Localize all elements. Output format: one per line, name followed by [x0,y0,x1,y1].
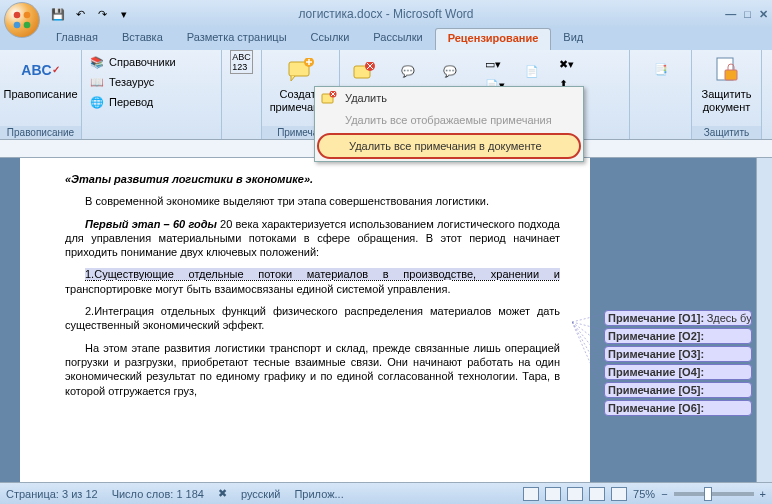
compare-button[interactable]: 📑 [634,52,687,88]
svg-point-2 [14,22,21,29]
reject-button[interactable]: ✖▾ [556,54,577,74]
tab-home[interactable]: Главная [44,28,110,50]
status-proof-icon[interactable]: ✖ [218,487,227,500]
comments-pane: Примечание [О1]: Здесь будет пункт 1 При… [598,302,758,424]
tab-references[interactable]: Ссылки [299,28,362,50]
statusbar: Страница: 3 из 12 Число слов: 1 184 ✖ ру… [0,482,772,504]
accept-icon: 📄 [516,56,548,88]
ribbon-tabs: Главная Вставка Разметка страницы Ссылки… [0,28,772,50]
tab-mailings[interactable]: Рассылки [361,28,434,50]
spelling-button[interactable]: ABC✓ Правописание [4,52,77,103]
compare-icon: 📑 [645,54,677,86]
group-protect-label: Защитить [692,126,761,139]
maximize-button[interactable]: □ [744,8,751,21]
list-item-2: 2.Интеграция отдельных функций физическо… [65,304,560,333]
tab-review[interactable]: Рецензирование [435,28,552,50]
status-insert[interactable]: Прилож... [294,488,343,500]
comment-1[interactable]: Примечание [О1]: Здесь будет пункт 1 [604,310,752,326]
zoom-out[interactable]: − [661,488,667,500]
menu-delete[interactable]: Удалить [315,87,583,109]
reject-icon: ✖▾ [559,58,574,71]
svg-point-0 [14,12,21,19]
menu-delete-all[interactable]: Удалить все примечания в документе [317,133,581,159]
comment-3[interactable]: Примечание [О3]: [604,346,752,362]
view-outline[interactable] [589,487,605,501]
abc-icon: ABC123 [230,50,253,74]
save-button[interactable]: 💾 [48,4,68,24]
scrollbar-vertical[interactable] [756,158,772,482]
para-stage1: Первый этап – 60 годы 20 века характериз… [65,217,560,260]
svg-rect-9 [725,70,737,80]
protect-icon [711,54,743,86]
delete-icon [321,91,337,107]
research-icon: 📚 [89,54,105,70]
zoom-in[interactable]: + [760,488,766,500]
new-comment-icon [285,54,317,86]
tab-layout[interactable]: Разметка страницы [175,28,299,50]
titlebar: 💾 ↶ ↷ ▾ логистика.docx - Microsoft Word … [0,0,772,28]
quick-access-toolbar: 💾 ↶ ↷ ▾ [48,4,134,24]
undo-button[interactable]: ↶ [70,4,90,24]
balloons-button[interactable]: ▭▾ [482,54,508,74]
tab-view[interactable]: Вид [551,28,595,50]
research-button[interactable]: 📚Справочники [86,52,217,72]
group-proofing-label: Правописание [0,126,81,139]
view-draft[interactable] [611,487,627,501]
redo-button[interactable]: ↷ [92,4,112,24]
office-button[interactable] [4,2,40,38]
ribbon: ABC✓ Правописание Правописание 📚Справочн… [0,50,772,140]
window-title: логистика.docx - Microsoft Word [298,7,473,21]
balloon-icon: ▭▾ [485,58,501,71]
menu-delete-shown: Удалить все отображаемые примечания [315,109,583,131]
status-lang[interactable]: русский [241,488,280,500]
tab-insert[interactable]: Вставка [110,28,175,50]
para-3: На этом этапе развития логистики транспо… [65,341,560,398]
svg-point-3 [24,22,31,29]
svg-point-1 [24,12,31,19]
thesaurus-icon: 📖 [89,74,105,90]
thesaurus-button[interactable]: 📖Тезаурус [86,72,217,92]
view-fullscreen[interactable] [545,487,561,501]
protect-button[interactable]: Защитить документ [696,52,757,116]
document-area: «Этапы развития логистики в экономике». … [0,158,772,482]
next-icon: 💬 [434,56,466,88]
wordcount-button[interactable]: ABC123 [227,52,256,72]
close-button[interactable]: ✕ [759,8,768,21]
page[interactable]: «Этапы развития логистики в экономике». … [20,158,590,482]
minimize-button[interactable]: — [725,8,736,21]
view-web[interactable] [567,487,583,501]
qat-more[interactable]: ▾ [114,4,134,24]
status-words[interactable]: Число слов: 1 184 [112,488,204,500]
spelling-icon: ABC✓ [25,54,57,86]
comment-2[interactable]: Примечание [О2]: [604,328,752,344]
list-item-1: 1.Существующие отдельные потоки материал… [65,267,560,296]
comment-5[interactable]: Примечание [О5]: [604,382,752,398]
comment-6[interactable]: Примечание [О6]: [604,400,752,416]
zoom-value[interactable]: 75% [633,488,655,500]
comment-4[interactable]: Примечание [О4]: [604,364,752,380]
heading: «Этапы развития логистики в экономике». [65,172,560,186]
delete-comment-icon [348,56,380,88]
delete-comment-menu: Удалить Удалить все отображаемые примеча… [314,86,584,162]
para-intro: В современной экономике выделяют три эта… [65,194,560,208]
status-page[interactable]: Страница: 3 из 12 [6,488,98,500]
zoom-slider[interactable] [674,492,754,496]
view-print[interactable] [523,487,539,501]
prev-icon: 💬 [392,56,424,88]
translate-button[interactable]: 🌐Перевод [86,92,217,112]
translate-icon: 🌐 [89,94,105,110]
